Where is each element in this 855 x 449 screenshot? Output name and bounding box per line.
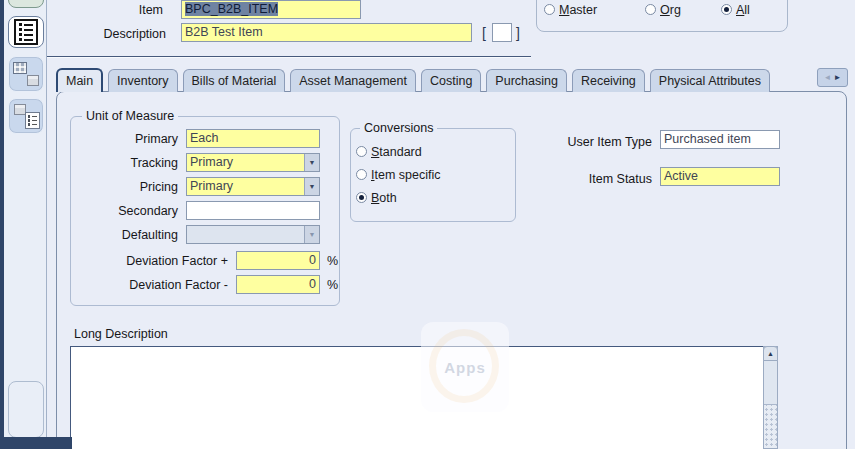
- long-description-label: Long Description: [74, 326, 168, 342]
- defaulting-dropdown[interactable]: ▼: [186, 225, 320, 244]
- sidebar-slot-empty: [8, 381, 44, 438]
- tab-purchasing[interactable]: Purchasing: [486, 69, 567, 92]
- pricing-dropdown[interactable]: Primary ▼: [186, 177, 320, 196]
- description-input[interactable]: B2B Test Item: [181, 23, 472, 42]
- attachment-bracket-open: [: [482, 25, 486, 41]
- tab-inventory[interactable]: Inventory: [108, 69, 177, 92]
- selected-text: BPC_B2B_ITEM: [185, 2, 278, 16]
- chevron-down-icon[interactable]: ▼: [304, 178, 319, 195]
- item-list-icon: [14, 19, 38, 45]
- deviation-factor-plus-input[interactable]: 0: [236, 251, 320, 270]
- item-orgs-list-icon: [13, 103, 40, 129]
- radio-standard-label: Standard: [371, 145, 422, 160]
- vertical-toolbar: [0, 0, 47, 449]
- tab-asset-management[interactable]: Asset Management: [290, 69, 416, 92]
- deviation-factor-plus-label: Deviation Factor +: [60, 253, 228, 269]
- tracking-dropdown[interactable]: Primary ▼: [186, 153, 320, 172]
- radio-master-label: Master: [559, 3, 597, 18]
- primary-uom-input[interactable]: Each: [186, 129, 320, 148]
- deviation-factor-minus-label: Deviation Factor -: [60, 277, 228, 293]
- scrollbar-thumb[interactable]: [764, 361, 777, 405]
- radio-standard[interactable]: [356, 146, 367, 157]
- secondary-uom-input[interactable]: [186, 201, 320, 220]
- user-item-type-label: User Item Type: [540, 134, 652, 150]
- tab-costing[interactable]: Costing: [421, 69, 481, 92]
- secondary-label: Secondary: [60, 203, 178, 219]
- window-left-edge: [0, 0, 4, 449]
- tab-receiving[interactable]: Receiving: [572, 69, 645, 92]
- radio-both-label: Both: [371, 191, 397, 206]
- tab-bills-of-material[interactable]: Bills of Material: [183, 69, 286, 92]
- item-input[interactable]: BPC_B2B_ITEM: [181, 0, 361, 19]
- tab-main[interactable]: Main: [56, 68, 103, 92]
- item-status-input[interactable]: Active: [660, 167, 780, 186]
- radio-all-label: All: [736, 3, 750, 18]
- description-label: Description: [66, 26, 166, 42]
- primary-label: Primary: [60, 131, 178, 147]
- radio-both[interactable]: [356, 192, 367, 203]
- org-assignment-icon: [13, 61, 40, 87]
- radio-item-specific-label: Item specific: [371, 168, 440, 183]
- tab-scroll-left-icon: ◄: [823, 73, 831, 82]
- sidebar-button-master-item[interactable]: [8, 16, 44, 48]
- long-description-textarea[interactable]: [70, 346, 764, 449]
- conversions-title: Conversions: [360, 121, 437, 135]
- unit-of-measure-title: Unit of Measure: [82, 109, 178, 123]
- scroll-up-icon[interactable]: ▲: [763, 346, 778, 361]
- tracking-label: Tracking: [60, 155, 178, 171]
- tab-bar: Main Inventory Bills of Material Asset M…: [56, 68, 770, 92]
- item-status-label: Item Status: [540, 171, 652, 187]
- item-label: Item: [88, 2, 163, 18]
- attachment-indicator-box[interactable]: [492, 23, 512, 42]
- percent-suffix: %: [327, 253, 338, 269]
- deviation-factor-minus-input[interactable]: 0: [236, 275, 320, 294]
- tab-scroll-button[interactable]: ◄ ►: [817, 68, 848, 87]
- defaulting-label: Defaulting: [60, 227, 178, 243]
- sidebar-button-partial[interactable]: [8, 0, 44, 8]
- radio-org[interactable]: [645, 4, 656, 15]
- user-item-type-input[interactable]: Purchased item: [660, 130, 780, 149]
- pricing-label: Pricing: [60, 179, 178, 195]
- chevron-down-icon[interactable]: ▼: [304, 154, 319, 171]
- tab-scroll-right-icon: ►: [834, 73, 842, 82]
- radio-master[interactable]: [544, 4, 555, 15]
- radio-org-label: Org: [660, 3, 681, 18]
- percent-suffix: %: [327, 277, 338, 293]
- radio-all[interactable]: [721, 4, 732, 15]
- attachment-bracket-close: ]: [516, 25, 520, 41]
- header-separator: [47, 56, 531, 58]
- tab-physical-attributes[interactable]: Physical Attributes: [650, 69, 770, 92]
- sidebar-button-item-orgs[interactable]: [8, 98, 44, 134]
- sidebar-button-org-assignment[interactable]: [8, 56, 44, 92]
- chevron-down-icon: ▼: [304, 226, 319, 243]
- window-bottom-edge: [0, 437, 72, 449]
- radio-item-specific[interactable]: [356, 169, 367, 180]
